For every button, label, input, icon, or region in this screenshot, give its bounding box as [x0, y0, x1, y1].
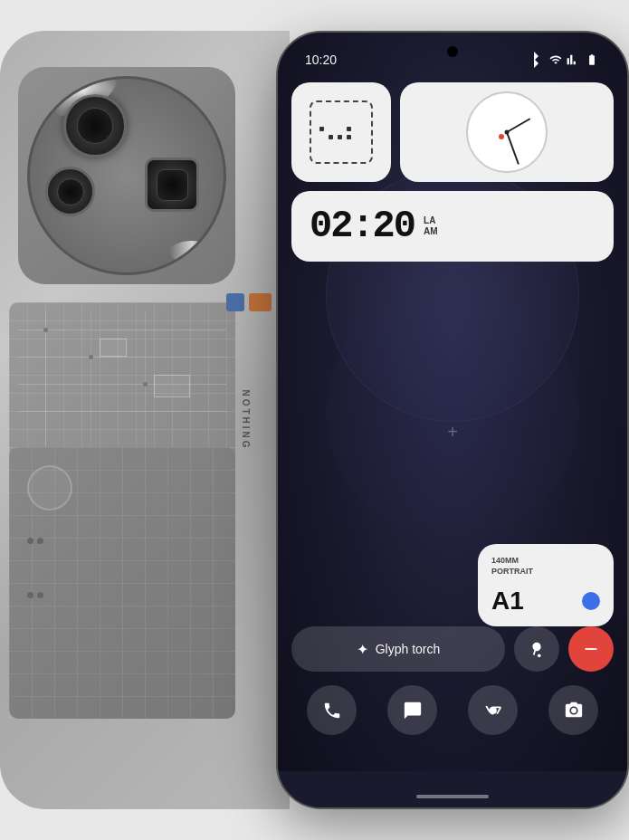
circuit-bottom	[9, 447, 235, 719]
portrait-widget[interactable]: 140MM PORTRAIT A1	[478, 544, 614, 626]
camera-lens-3	[145, 158, 199, 212]
wifi-icon	[549, 53, 562, 66]
hearing-button[interactable]	[514, 626, 559, 672]
dock-row	[291, 685, 614, 735]
browser-dock-button[interactable]	[468, 685, 518, 735]
quick-settings-row: ✦ Glyph torch	[291, 626, 614, 672]
minus-icon	[581, 639, 601, 659]
camera-lens-main	[63, 94, 127, 158]
time-display-widget[interactable]: 02:20 LA AM	[291, 191, 614, 262]
svg-point-0	[538, 654, 541, 658]
crosshair: +	[447, 422, 458, 443]
digital-time: 02:20	[310, 205, 415, 248]
remove-button[interactable]	[568, 626, 614, 672]
clock-minute-hand	[506, 132, 519, 165]
messages-dock-button[interactable]	[387, 685, 437, 735]
camera-module	[18, 67, 235, 284]
phone-bezel-bottom	[278, 771, 627, 807]
clock-face	[466, 91, 548, 173]
messages-icon	[403, 701, 423, 721]
color-patch-orange	[249, 293, 272, 311]
time-location-period: LA AM	[424, 215, 438, 237]
status-time: 10:20	[305, 52, 337, 67]
torch-label: Glyph torch	[376, 642, 441, 656]
phone-icon	[322, 701, 342, 721]
clock-hour-hand	[507, 118, 531, 133]
battery-icon	[584, 53, 600, 66]
phone-front: 10:20	[276, 31, 629, 809]
front-camera	[447, 46, 458, 57]
widgets-area: 02:20 LA AM	[291, 82, 614, 271]
glyph-widget[interactable]	[291, 82, 391, 182]
bg-circle-2	[326, 286, 579, 539]
phone-back: NOTHING	[0, 31, 290, 809]
bottom-area: ✦ Glyph torch	[291, 626, 614, 735]
home-indicator	[416, 795, 489, 798]
phone-screen: 10:20	[278, 33, 627, 807]
status-icons	[523, 49, 600, 71]
clock-widget[interactable]	[400, 82, 614, 182]
nothing-brand-text: NOTHING	[241, 389, 251, 450]
color-patch-blue	[226, 293, 244, 311]
signal-icon	[567, 53, 579, 66]
bluetooth-icon	[523, 49, 545, 71]
portrait-label: 140MM PORTRAIT	[491, 555, 600, 578]
widget-row-1	[291, 82, 614, 182]
torch-icon: ✦	[357, 641, 368, 658]
portrait-color-dot	[582, 592, 600, 610]
camera-dock-button[interactable]	[548, 685, 598, 735]
time-location: LA	[424, 215, 438, 226]
phone-container: NOTHING 10:20	[0, 0, 629, 840]
clock-red-dot	[499, 134, 504, 139]
chrome-icon	[483, 701, 503, 721]
hearing-icon	[527, 639, 547, 659]
torch-button[interactable]: ✦ Glyph torch	[291, 626, 505, 672]
time-period: AM	[424, 226, 438, 237]
widget-row-2: 02:20 LA AM	[291, 191, 614, 262]
phone-dock-button[interactable]	[307, 685, 357, 735]
portrait-code: A1	[491, 587, 524, 616]
portrait-info-row: A1	[491, 587, 600, 616]
camera-icon	[564, 701, 584, 721]
camera-lens-2	[45, 167, 95, 216]
